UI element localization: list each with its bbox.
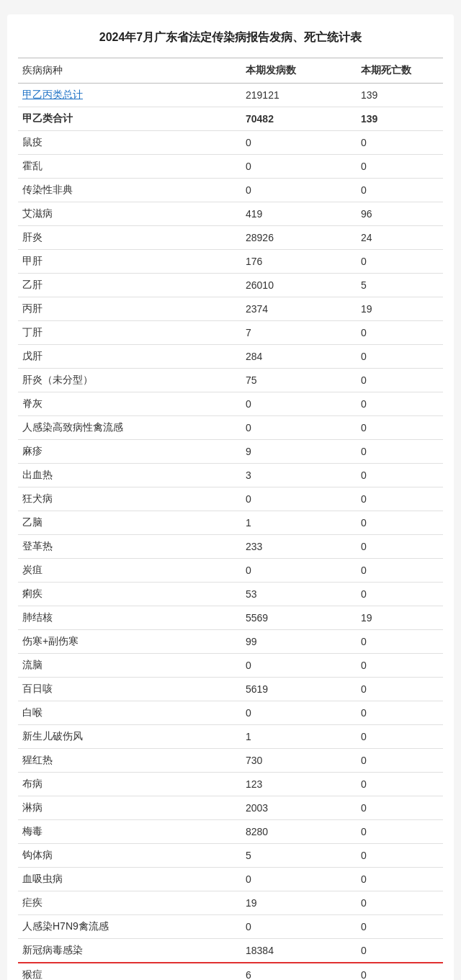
cell-disease: 人感染高致病性禽流感 <box>18 416 241 440</box>
table-row: 新生儿破伤风10 <box>18 725 443 749</box>
cell-deaths: 0 <box>357 749 443 773</box>
cell-cases: 5619 <box>241 678 357 701</box>
cell-deaths: 0 <box>357 416 443 440</box>
cell-disease[interactable]: 甲乙丙类总计 <box>18 84 241 107</box>
table-row: 白喉00 <box>18 701 443 725</box>
cell-disease: 狂犬病 <box>18 487 241 511</box>
table-row: 霍乱00 <box>18 155 443 179</box>
cell-disease: 淋病 <box>18 796 241 820</box>
cell-disease: 麻疹 <box>18 440 241 464</box>
cell-deaths: 0 <box>357 630 443 654</box>
cell-deaths: 0 <box>357 725 443 749</box>
table-row: 丁肝70 <box>18 321 443 345</box>
cell-cases: 28926 <box>241 226 357 250</box>
cell-deaths: 0 <box>357 369 443 392</box>
cell-cases: 0 <box>241 392 357 416</box>
cell-deaths: 19 <box>357 297 443 321</box>
cell-cases: 5569 <box>241 606 357 630</box>
table-row: 肝炎（未分型）750 <box>18 369 443 392</box>
cell-cases: 0 <box>241 179 357 202</box>
table-row: 百日咳56190 <box>18 678 443 701</box>
cell-cases: 419 <box>241 202 357 226</box>
table-row: 传染性非典00 <box>18 179 443 202</box>
cell-disease: 乙肝 <box>18 274 241 297</box>
table-row: 甲乙类合计70482139 <box>18 107 443 131</box>
cell-disease: 痢疾 <box>18 583 241 606</box>
cell-cases: 0 <box>241 131 357 155</box>
cell-disease: 钩体病 <box>18 844 241 868</box>
cell-deaths: 0 <box>357 820 443 844</box>
cell-cases: 0 <box>241 701 357 725</box>
cell-disease: 甲乙类合计 <box>18 107 241 131</box>
table-row: 炭疽00 <box>18 559 443 583</box>
cell-cases: 1 <box>241 725 357 749</box>
cell-deaths: 0 <box>357 891 443 915</box>
table-header-row: 疾病病种 本期发病数 本期死亡数 <box>18 58 443 84</box>
table-row: 乙脑10 <box>18 511 443 535</box>
cell-cases: 9 <box>241 440 357 464</box>
report-container: 2024年7月广东省法定传染病报告发病、死亡统计表 疾病病种 本期发病数 本期死… <box>7 14 454 980</box>
table-row: 鼠疫00 <box>18 131 443 155</box>
cell-cases: 0 <box>241 487 357 511</box>
cell-deaths: 0 <box>357 440 443 464</box>
cell-cases: 6 <box>241 963 357 980</box>
table-row: 肺结核556919 <box>18 606 443 630</box>
cell-disease: 丁肝 <box>18 321 241 345</box>
cell-disease: 戊肝 <box>18 345 241 369</box>
cell-cases: 0 <box>241 416 357 440</box>
table-row: 脊灰00 <box>18 392 443 416</box>
table-row: 流脑00 <box>18 654 443 678</box>
cell-disease: 人感染H7N9禽流感 <box>18 915 241 939</box>
cell-deaths: 0 <box>357 915 443 939</box>
cell-deaths: 0 <box>357 939 443 963</box>
table-row: 猩红热7300 <box>18 749 443 773</box>
cell-disease: 血吸虫病 <box>18 868 241 891</box>
cell-cases: 176 <box>241 250 357 274</box>
cell-deaths: 5 <box>357 274 443 297</box>
cell-cases: 7 <box>241 321 357 345</box>
cell-deaths: 0 <box>357 559 443 583</box>
cell-cases: 0 <box>241 654 357 678</box>
table-row: 梅毒82800 <box>18 820 443 844</box>
cell-deaths: 0 <box>357 701 443 725</box>
cell-deaths: 0 <box>357 844 443 868</box>
cell-deaths: 0 <box>357 511 443 535</box>
cell-deaths: 0 <box>357 535 443 559</box>
page-title: 2024年7月广东省法定传染病报告发病、死亡统计表 <box>18 29 443 46</box>
table-row: 布病1230 <box>18 773 443 796</box>
cell-cases: 284 <box>241 345 357 369</box>
cell-cases: 219121 <box>241 84 357 107</box>
cell-cases: 0 <box>241 915 357 939</box>
cell-deaths: 139 <box>357 84 443 107</box>
cell-deaths: 0 <box>357 583 443 606</box>
cell-disease: 脊灰 <box>18 392 241 416</box>
cell-disease: 传染性非典 <box>18 179 241 202</box>
header-deaths: 本期死亡数 <box>357 58 443 84</box>
cell-cases: 730 <box>241 749 357 773</box>
cell-cases: 8280 <box>241 820 357 844</box>
cell-deaths: 0 <box>357 179 443 202</box>
table-row: 乙肝260105 <box>18 274 443 297</box>
table-row: 人感染高致病性禽流感00 <box>18 416 443 440</box>
table-row: 丙肝237419 <box>18 297 443 321</box>
cell-deaths: 0 <box>357 868 443 891</box>
cell-disease: 猩红热 <box>18 749 241 773</box>
cell-disease: 出血热 <box>18 464 241 487</box>
cell-cases: 0 <box>241 155 357 179</box>
cell-deaths: 0 <box>357 321 443 345</box>
cell-cases: 233 <box>241 535 357 559</box>
cell-disease: 甲肝 <box>18 250 241 274</box>
cell-disease: 疟疾 <box>18 891 241 915</box>
cell-disease: 布病 <box>18 773 241 796</box>
cell-disease: 鼠疫 <box>18 131 241 155</box>
table-row: 戊肝2840 <box>18 345 443 369</box>
table-row: 登革热2330 <box>18 535 443 559</box>
cell-deaths: 0 <box>357 963 443 980</box>
table-row: 艾滋病41996 <box>18 202 443 226</box>
cell-deaths: 0 <box>357 773 443 796</box>
cell-disease: 白喉 <box>18 701 241 725</box>
table-row: 麻疹90 <box>18 440 443 464</box>
cell-cases: 3 <box>241 464 357 487</box>
table-row: 新冠病毒感染183840 <box>18 939 443 963</box>
cell-disease: 登革热 <box>18 535 241 559</box>
